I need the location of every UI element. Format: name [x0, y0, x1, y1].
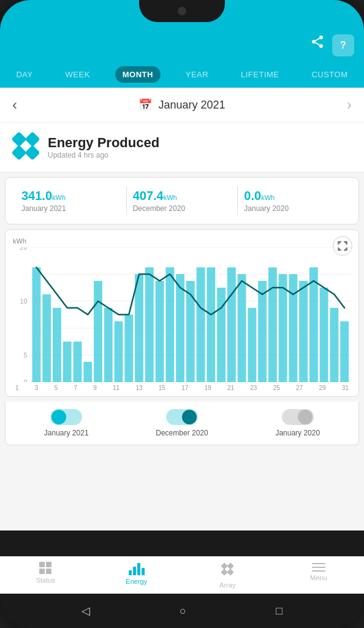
svg-text:10: 10 — [20, 297, 28, 305]
toggle-dec-2020[interactable] — [166, 409, 198, 425]
nav-energy[interactable]: Energy — [91, 562, 183, 589]
recents-button[interactable]: □ — [276, 605, 282, 618]
legend-row: January 2021 December 2020 January 2020 — [5, 402, 359, 445]
next-period-button[interactable]: › — [347, 96, 352, 113]
svg-rect-34 — [186, 281, 195, 382]
svg-rect-41 — [258, 281, 267, 382]
array-icon — [220, 562, 235, 579]
svg-line-3 — [316, 43, 320, 45]
chart-svg: 20 10 5 0 — [13, 247, 351, 382]
svg-text:0: 0 — [24, 378, 28, 382]
svg-point-1 — [312, 40, 316, 44]
svg-point-2 — [319, 44, 323, 48]
svg-rect-42 — [268, 267, 277, 382]
svg-rect-45 — [299, 281, 308, 382]
svg-point-0 — [319, 36, 323, 39]
svg-rect-46 — [309, 267, 318, 382]
x-axis-labels: 1 3 5 7 9 11 13 15 17 19 21 23 25 27 29 … — [10, 382, 354, 391]
svg-rect-19 — [32, 267, 41, 382]
toggle-jan-2020[interactable] — [282, 409, 314, 425]
svg-rect-27 — [115, 321, 123, 382]
calendar-icon: 📅 — [138, 98, 152, 112]
legend-jan-2021-label: January 2021 — [44, 429, 89, 437]
svg-rect-22 — [63, 342, 72, 382]
svg-rect-50 — [221, 562, 228, 569]
svg-rect-24 — [83, 362, 92, 382]
tab-lifetime[interactable]: LIFETIME — [233, 66, 287, 83]
svg-rect-29 — [135, 274, 143, 382]
energy-icon — [129, 562, 145, 575]
svg-rect-20 — [42, 294, 51, 382]
svg-rect-30 — [145, 267, 154, 382]
tab-year[interactable]: YEAR — [178, 66, 216, 83]
svg-text:20: 20 — [20, 247, 28, 251]
svg-line-4 — [316, 39, 320, 41]
svg-rect-23 — [74, 342, 82, 382]
nav-energy-label: Energy — [126, 578, 147, 585]
energy-title: Energy Produced — [48, 135, 159, 151]
legend-dec-2020: December 2020 — [156, 409, 208, 437]
svg-rect-44 — [289, 274, 297, 382]
stat-jan-2021-period: January 2021 — [21, 204, 120, 213]
tab-bar: DAY WEEK MONTH YEAR LIFETIME CUSTOM — [0, 61, 364, 88]
tab-custom[interactable]: CUSTOM — [304, 66, 355, 83]
svg-rect-40 — [248, 308, 256, 382]
svg-rect-35 — [197, 267, 205, 382]
svg-rect-53 — [227, 569, 234, 575]
prev-period-button[interactable]: ‹ — [12, 96, 17, 113]
legend-jan-2020-label: January 2020 — [275, 429, 320, 437]
current-period-label: January 2021 — [158, 99, 225, 112]
svg-rect-6 — [25, 132, 39, 147]
nav-array-label: Array — [219, 581, 235, 589]
svg-rect-48 — [330, 308, 339, 382]
nav-array[interactable]: Array — [182, 562, 273, 589]
stat-jan-2020: 0.0kWh January 2020 — [238, 186, 349, 215]
chart-container: 20 10 5 0 — [13, 247, 351, 382]
svg-rect-39 — [238, 274, 246, 382]
nav-menu-label: Menu — [310, 574, 327, 581]
stat-jan-2021-value: 341.0kWh — [21, 189, 120, 203]
content-area: ‹ 📅 January 2021 › Energy Produced Updat… — [0, 88, 364, 530]
notch — [139, 0, 225, 22]
energy-logo — [12, 132, 39, 162]
share-icon[interactable] — [310, 34, 325, 56]
android-nav-bar: ◁ ○ □ — [0, 594, 364, 628]
energy-title-group: Energy Produced Updated 4 hrs ago — [48, 135, 159, 159]
chart-section: kWh 20 10 5 — [5, 229, 359, 397]
y-axis-label: kWh — [10, 237, 354, 245]
svg-rect-21 — [53, 308, 61, 382]
svg-rect-8 — [25, 145, 39, 159]
energy-header: Energy Produced Updated 4 hrs ago — [0, 123, 364, 172]
legend-dec-2020-label: December 2020 — [156, 429, 208, 437]
svg-rect-28 — [124, 315, 133, 382]
svg-text:5: 5 — [24, 351, 28, 359]
help-button[interactable]: ? — [332, 34, 354, 56]
stats-row: 341.0kWh January 2021 407.4kWh December … — [5, 177, 359, 224]
svg-rect-38 — [227, 267, 236, 382]
toggle-thumb — [182, 410, 197, 424]
tab-day[interactable]: DAY — [9, 66, 40, 83]
toggle-thumb — [298, 410, 313, 424]
tab-week[interactable]: WEEK — [58, 66, 97, 83]
status-icon — [39, 562, 51, 574]
menu-icon — [312, 562, 325, 572]
stat-dec-2020-period: December 2020 — [133, 204, 232, 213]
back-button[interactable]: ◁ — [82, 604, 90, 618]
svg-rect-52 — [221, 569, 228, 575]
svg-rect-7 — [12, 145, 27, 159]
energy-subtitle: Updated 4 hrs ago — [48, 151, 159, 159]
svg-rect-5 — [12, 132, 27, 147]
tab-month[interactable]: MONTH — [115, 66, 161, 83]
stat-jan-2020-value: 0.0kWh — [244, 189, 343, 203]
svg-rect-31 — [156, 281, 164, 382]
nav-status[interactable]: Status — [0, 562, 91, 589]
legend-jan-2021: January 2021 — [44, 409, 89, 437]
date-navigation: ‹ 📅 January 2021 › — [0, 88, 364, 123]
nav-menu[interactable]: Menu — [273, 562, 365, 589]
toggle-jan-2021[interactable] — [50, 409, 82, 425]
nav-status-label: Status — [36, 576, 55, 584]
svg-rect-51 — [227, 562, 234, 569]
svg-rect-36 — [207, 267, 215, 382]
home-button[interactable]: ○ — [180, 605, 186, 618]
camera — [178, 7, 186, 15]
